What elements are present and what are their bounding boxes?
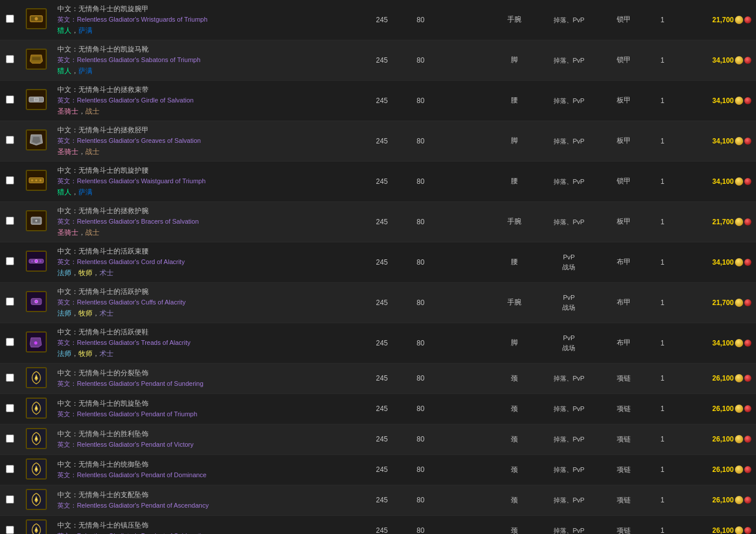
row-checkbox[interactable]	[6, 434, 14, 443]
price-value: 34,100	[712, 56, 734, 64]
price-value: 26,100	[712, 496, 734, 504]
item-en-name: 英文：Relentless Gladiator's Treads of Alac…	[57, 338, 358, 348]
req-level: 80	[401, 161, 440, 201]
honor-icon	[744, 178, 751, 185]
price-value: 26,100	[712, 435, 734, 443]
svg-point-28	[34, 341, 37, 344]
gold-coin-icon	[735, 339, 743, 347]
item-price: 34,100	[679, 161, 756, 201]
price-value: 26,100	[712, 374, 734, 382]
price-value: 34,100	[712, 137, 734, 145]
price-value: 21,700	[712, 16, 734, 24]
honor-icon	[744, 527, 751, 534]
item-name-block: 中文：无情角斗士的拯救护腕 英文：Relentless Gladiator's …	[57, 206, 358, 238]
empty-col	[440, 323, 492, 363]
item-source: 掉落、PvP	[537, 454, 601, 485]
price-value: 34,100	[712, 258, 734, 266]
item-name-block: 中文：无情角斗士的分裂坠饰 英文：Relentless Gladiator's …	[57, 368, 358, 389]
row-checkbox[interactable]	[6, 374, 14, 382]
item-count: 1	[647, 454, 679, 485]
class-label: 术士	[99, 350, 114, 358]
item-classes: 猎人，萨满	[57, 66, 358, 77]
item-type: 锁甲	[601, 0, 646, 40]
row-checkbox[interactable]	[6, 217, 14, 225]
svg-point-26	[35, 300, 37, 303]
honor-icon	[744, 138, 751, 145]
svg-point-40	[35, 468, 37, 470]
row-checkbox[interactable]	[6, 404, 14, 412]
gold-coin-icon	[735, 16, 743, 24]
item-type: 项链	[601, 515, 646, 534]
empty-col	[440, 40, 492, 80]
table-row: 中文：无情角斗士的活跃便鞋 英文：Relentless Gladiator's …	[0, 323, 756, 363]
item-price: 26,100	[679, 515, 756, 534]
item-type: 布甲	[601, 323, 646, 363]
row-checkbox[interactable]	[6, 526, 14, 534]
item-slot: 脚	[492, 323, 537, 363]
item-cn-name: 中文：无情角斗士的拯救胫甲	[57, 125, 358, 136]
price-value: 34,100	[712, 177, 734, 186]
class-label: 战士	[85, 107, 99, 115]
table-row: 中文：无情角斗士的拯救护腕 英文：Relentless Gladiator's …	[0, 201, 756, 242]
row-checkbox[interactable]	[6, 495, 14, 504]
item-cn-name: 中文：无情角斗士的拯救护腕	[57, 206, 358, 217]
class-label: 法师	[57, 350, 71, 358]
item-source: 掉落、PvP	[537, 424, 601, 454]
req-level: 80	[401, 393, 440, 424]
req-level: 80	[401, 242, 440, 282]
item-slot: 手腕	[492, 201, 537, 242]
item-level: 245	[363, 242, 401, 282]
item-level: 245	[363, 363, 401, 393]
item-en-name: 英文：Relentless Gladiator's Cord of Alacri…	[57, 257, 358, 268]
item-name-block: 中文：无情角斗士的凯旋腕甲 英文：Relentless Gladiator's …	[57, 4, 358, 36]
item-count: 1	[647, 363, 679, 393]
empty-col	[440, 121, 492, 161]
item-type: 项链	[601, 485, 646, 515]
item-source: 掉落、PvP	[537, 363, 601, 393]
row-checkbox[interactable]	[6, 257, 14, 265]
row-checkbox[interactable]	[6, 338, 14, 346]
item-count: 1	[647, 424, 679, 454]
empty-col	[440, 393, 492, 424]
item-type: 项链	[601, 454, 646, 485]
item-icon	[26, 129, 47, 150]
row-checkbox[interactable]	[6, 297, 14, 306]
table-row: 中文：无情角斗士的凯旋马靴 英文：Relentless Gladiator's …	[0, 40, 756, 80]
item-icon	[26, 291, 47, 312]
svg-point-34	[35, 407, 37, 409]
table-row: 中文：无情角斗士的支配坠饰 英文：Relentless Gladiator's …	[0, 485, 756, 515]
item-cn-name: 中文：无情角斗士的镇压坠饰	[57, 520, 358, 531]
price-value: 26,100	[712, 405, 734, 413]
gold-coin-icon	[735, 374, 743, 382]
row-checkbox[interactable]	[6, 465, 14, 473]
table-row: 中文：无情角斗士的分裂坠饰 英文：Relentless Gladiator's …	[0, 363, 756, 393]
honor-icon	[744, 299, 751, 306]
item-icon	[26, 331, 47, 352]
honor-icon	[744, 218, 751, 225]
item-slot: 颈	[492, 454, 537, 485]
item-name-block: 中文：无情角斗士的活跃便鞋 英文：Relentless Gladiator's …	[57, 327, 358, 360]
item-level: 245	[363, 282, 401, 323]
item-slot: 颈	[492, 424, 537, 454]
item-level: 245	[363, 485, 401, 515]
item-icon	[26, 398, 47, 419]
honor-icon	[744, 259, 751, 266]
item-en-name: 英文：Relentless Gladiator's Cuffs of Alacr…	[57, 297, 358, 308]
honor-icon	[744, 97, 751, 104]
svg-point-3	[35, 18, 37, 20]
req-level: 80	[401, 454, 440, 485]
item-type: 板甲	[601, 121, 646, 161]
row-checkbox[interactable]	[6, 95, 14, 104]
row-checkbox[interactable]	[6, 136, 14, 144]
item-level: 245	[363, 201, 401, 242]
row-checkbox[interactable]	[6, 55, 14, 63]
gold-coin-icon	[735, 465, 743, 474]
row-checkbox[interactable]	[6, 15, 14, 23]
item-level: 245	[363, 323, 401, 363]
row-checkbox[interactable]	[6, 176, 14, 184]
item-price: 26,100	[679, 485, 756, 515]
item-source: 掉落、PvP	[537, 515, 601, 534]
gold-coin-icon	[735, 258, 743, 266]
item-slot: 腰	[492, 242, 537, 282]
item-price: 26,100	[679, 393, 756, 424]
